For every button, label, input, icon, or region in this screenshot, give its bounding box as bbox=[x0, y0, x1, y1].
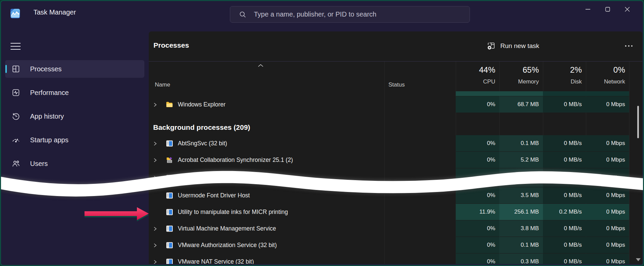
expand-chevron-icon[interactable] bbox=[153, 158, 157, 163]
minimize-button[interactable] bbox=[578, 2, 598, 17]
sidebar-item-label: Startup apps bbox=[30, 136, 68, 144]
table-row[interactable]: 0% 3.8 MB 0 MB/s 0 Mbps Virtual Machine … bbox=[149, 220, 636, 237]
process-name: Acrobat Collaboration Synchronizer 25.1 … bbox=[178, 156, 293, 164]
column-header-status[interactable]: Status bbox=[388, 81, 405, 88]
process-name: Usermode Font Driver Host bbox=[178, 174, 250, 182]
sidebar-item-app-history[interactable]: App history bbox=[5, 107, 144, 125]
disk-value: 0 MB/s bbox=[564, 192, 582, 199]
maximize-button[interactable] bbox=[598, 2, 617, 17]
cpu-total-usage: 44% bbox=[479, 65, 495, 75]
network-value: 0 Mbps bbox=[606, 140, 625, 147]
window-plus-icon bbox=[487, 42, 496, 50]
column-header-memory[interactable]: 65% Memory bbox=[499, 62, 543, 91]
sidebar-item-label: Performance bbox=[30, 89, 69, 97]
process-icon bbox=[166, 208, 173, 216]
memory-value: 256.1 MB bbox=[514, 209, 539, 215]
sidebar-item-label: Users bbox=[30, 160, 48, 168]
people-icon bbox=[12, 160, 20, 168]
process-icon bbox=[166, 225, 173, 233]
disk-value: 0 MB/s bbox=[564, 156, 582, 163]
scrollbar-thumb[interactable] bbox=[637, 106, 639, 138]
scroll-to-top-chevron-icon[interactable] bbox=[258, 64, 264, 68]
network-value: 0 Mbps bbox=[606, 174, 625, 181]
processes-panel: Processes Run new task Name Status 44% C… bbox=[149, 31, 642, 264]
sidebar-item-users[interactable]: Users bbox=[5, 155, 144, 172]
column-header-name[interactable]: Name bbox=[155, 81, 170, 88]
expand-chevron-icon[interactable] bbox=[153, 243, 157, 248]
cpu-value: 0% bbox=[487, 225, 495, 232]
expand-chevron-icon[interactable] bbox=[153, 102, 157, 107]
sidebar-item-performance[interactable]: Performance bbox=[5, 84, 144, 101]
expand-chevron-icon[interactable] bbox=[153, 141, 157, 146]
scrollbar-down-arrow-icon[interactable] bbox=[636, 258, 641, 261]
pulse-icon bbox=[12, 89, 20, 97]
process-icon bbox=[166, 258, 173, 264]
memory-value: 5.2 MB bbox=[521, 156, 539, 163]
process-name: Windows Explorer bbox=[178, 101, 225, 108]
sidebar-item-processes[interactable]: Processes bbox=[5, 60, 144, 78]
column-header-network[interactable]: 0% Network bbox=[586, 62, 629, 91]
table-row[interactable]: Background processes (209) bbox=[149, 113, 636, 135]
expand-chevron-icon[interactable] bbox=[153, 259, 157, 264]
search-input-box[interactable] bbox=[230, 6, 470, 23]
column-header-cpu[interactable]: 44% CPU bbox=[456, 62, 499, 91]
grid-tiles-icon bbox=[12, 65, 20, 73]
disk-value: 0 MB/s bbox=[564, 101, 582, 108]
history-clock-icon bbox=[12, 112, 20, 120]
cpu-value: 0% bbox=[487, 174, 495, 181]
table-row[interactable]: 0% 0.3 MB 0 MB/s 0 Mbps VMware NAT Servi… bbox=[149, 253, 636, 264]
memory-value: 68.7 MB bbox=[518, 101, 539, 108]
memory-value: 0.1 MB bbox=[521, 242, 539, 248]
expand-chevron-icon[interactable] bbox=[153, 175, 157, 180]
disk-value: 0 MB/s bbox=[564, 258, 582, 264]
menu-toggle-button[interactable] bbox=[10, 42, 21, 50]
network-value: 0 Mbps bbox=[606, 209, 625, 215]
disk-value: 0 MB/s bbox=[564, 225, 582, 232]
close-button[interactable] bbox=[617, 2, 637, 17]
process-name: Utility to manipulate inks for MICR prin… bbox=[178, 209, 288, 216]
table-row[interactable]: 11.9% 256.1 MB 0.2 MB/s 0 Mbps Utility t… bbox=[149, 204, 636, 220]
expand-chevron-icon[interactable] bbox=[153, 226, 157, 232]
cpu-value: 0% bbox=[487, 258, 495, 264]
column-header-disk[interactable]: 2% Disk bbox=[543, 62, 586, 91]
network-value: 0 Mbps bbox=[606, 101, 625, 108]
more-options-button[interactable] bbox=[621, 42, 636, 50]
network-value: 0 Mbps bbox=[606, 258, 625, 264]
memory-value: 0.1 MB bbox=[521, 174, 539, 181]
vertical-scrollbar[interactable] bbox=[635, 62, 641, 264]
speedometer-icon bbox=[12, 136, 20, 144]
search-input[interactable] bbox=[253, 10, 470, 19]
cpu-value: 11.9% bbox=[479, 209, 495, 215]
disk-total-usage: 2% bbox=[570, 65, 582, 75]
disk-value: 0 MB/s bbox=[564, 140, 582, 147]
memory-value: 0.3 MB bbox=[521, 258, 539, 264]
disk-value: 0 MB/s bbox=[564, 242, 582, 248]
cpu-value: 0% bbox=[487, 156, 495, 163]
sidebar-item-startup-apps[interactable]: Startup apps bbox=[5, 131, 144, 149]
window-controls bbox=[578, 2, 637, 17]
cpu-value: 0% bbox=[487, 101, 495, 108]
table-row[interactable]: 0% 68.7 MB 0 MB/s 0 Mbps Windows Explore… bbox=[149, 96, 636, 113]
process-icon bbox=[166, 241, 173, 249]
disk-value: 0.2 MB/s bbox=[559, 209, 582, 215]
process-icon bbox=[166, 192, 173, 199]
sidebar-item-label: App history bbox=[30, 113, 64, 120]
table-row[interactable]: 0% 0.1 MB 0 MB/s 0 Mbps VMware Authoriza… bbox=[149, 237, 636, 253]
table-row[interactable]: 0% 0.1 MB 0 MB/s 0 Mbps AbtSngSvc (32 bi… bbox=[149, 135, 636, 152]
table-row[interactable]: 0% 3.5 MB 0 MB/s 0 Mbps Usermode Font Dr… bbox=[149, 187, 636, 204]
memory-total-usage: 65% bbox=[523, 65, 539, 75]
partial-scrolled-row bbox=[149, 91, 636, 96]
network-value: 0 Mbps bbox=[606, 156, 625, 163]
table-row[interactable]: 0% 0.1 MB 0 MB/s 0 Mbps Usermode Font Dr… bbox=[149, 168, 636, 187]
process-icon bbox=[166, 101, 173, 108]
table-row[interactable]: 0% 5.2 MB 0 MB/s 0 Mbps Acrobat Collabor… bbox=[149, 152, 636, 168]
network-value: 0 Mbps bbox=[606, 225, 625, 232]
task-manager-logo-icon bbox=[10, 9, 20, 18]
sidebar: Processes Performance App history bbox=[1, 24, 149, 265]
process-name: VMware NAT Service (32 bit) bbox=[178, 258, 254, 264]
run-new-task-button[interactable]: Run new task bbox=[484, 40, 542, 52]
memory-value: 3.5 MB bbox=[521, 192, 539, 199]
process-name: VMware Authorization Service (32 bit) bbox=[178, 242, 277, 249]
memory-value: 0.1 MB bbox=[521, 140, 539, 147]
cpu-value: 0% bbox=[487, 192, 495, 199]
